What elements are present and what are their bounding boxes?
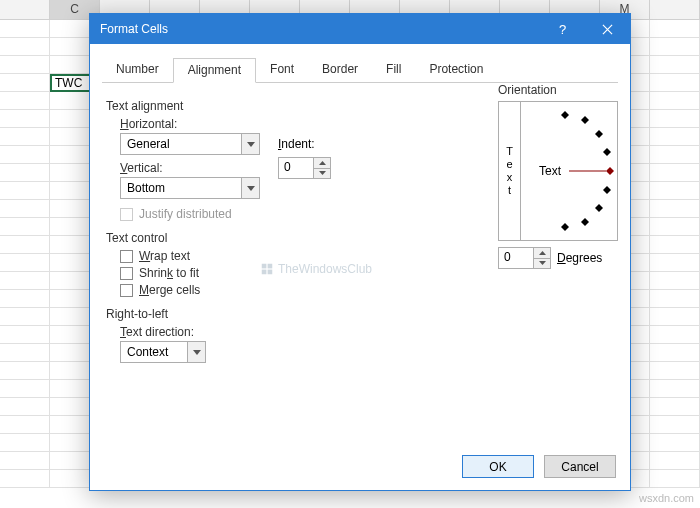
close-button[interactable]: [585, 14, 630, 44]
tab-border[interactable]: Border: [308, 58, 372, 82]
vertical-value: Bottom: [121, 181, 241, 195]
merge-cells-checkbox[interactable]: Merge cells: [120, 283, 466, 297]
degrees-value: 0: [499, 248, 533, 268]
tab-font[interactable]: Font: [256, 58, 308, 82]
justify-distributed-checkbox: Justify distributed: [120, 207, 466, 221]
help-button[interactable]: ?: [540, 14, 585, 44]
checkbox-icon: [120, 208, 133, 221]
dialog-title: Format Cells: [100, 22, 540, 36]
cancel-button[interactable]: Cancel: [544, 455, 616, 478]
chevron-down-icon: [187, 342, 205, 362]
degrees-spinner[interactable]: 0: [498, 247, 551, 269]
spinner-up-icon[interactable]: [314, 158, 330, 169]
shrink-to-fit-checkbox[interactable]: Shrink to fit: [120, 266, 466, 280]
col-header-blank[interactable]: [0, 0, 50, 19]
text-direction-value: Context: [121, 345, 187, 359]
checkbox-icon: [120, 267, 133, 280]
orientation-widget[interactable]: Text: [498, 101, 618, 241]
tab-alignment[interactable]: Alignment: [173, 58, 256, 83]
orientation-arc[interactable]: Text: [521, 102, 617, 240]
chevron-down-icon: [241, 178, 259, 198]
degrees-label: Degrees: [557, 251, 602, 265]
spinner-up-icon[interactable]: [534, 248, 550, 259]
group-text-alignment: Text alignment: [106, 99, 466, 113]
spinner-down-icon[interactable]: [534, 259, 550, 269]
credit: wsxdn.com: [639, 492, 694, 504]
ok-button[interactable]: OK: [462, 455, 534, 478]
group-rtl: Right-to-left: [106, 307, 466, 321]
indent-label: Indent:: [278, 137, 315, 151]
vertical-label: Vertical:: [120, 161, 260, 175]
tab-fill[interactable]: Fill: [372, 58, 415, 82]
format-cells-dialog: Format Cells ? Number Alignment Font Bor…: [89, 13, 631, 491]
svg-text:Text: Text: [539, 164, 562, 178]
orientation-vertical-text[interactable]: Text: [499, 102, 521, 240]
tab-number[interactable]: Number: [102, 58, 173, 82]
chevron-down-icon: [241, 134, 259, 154]
spinner-down-icon[interactable]: [314, 169, 330, 179]
tab-strip: Number Alignment Font Border Fill Protec…: [102, 58, 618, 83]
titlebar[interactable]: Format Cells ?: [90, 14, 630, 44]
wrap-text-checkbox[interactable]: Wrap text: [120, 249, 466, 263]
tab-protection[interactable]: Protection: [415, 58, 497, 82]
text-direction-label: Text direction:: [120, 325, 466, 339]
orientation-label: Orientation: [498, 83, 618, 97]
horizontal-value: General: [121, 137, 241, 151]
horizontal-combo[interactable]: General: [120, 133, 260, 155]
text-direction-combo[interactable]: Context: [120, 341, 206, 363]
checkbox-icon: [120, 284, 133, 297]
horizontal-label: HHorizontal:orizontal:: [120, 117, 466, 131]
indent-spinner[interactable]: 0: [278, 157, 331, 179]
indent-value: 0: [279, 158, 313, 178]
group-text-control: Text control: [106, 231, 466, 245]
checkbox-icon: [120, 250, 133, 263]
vertical-combo[interactable]: Bottom: [120, 177, 260, 199]
